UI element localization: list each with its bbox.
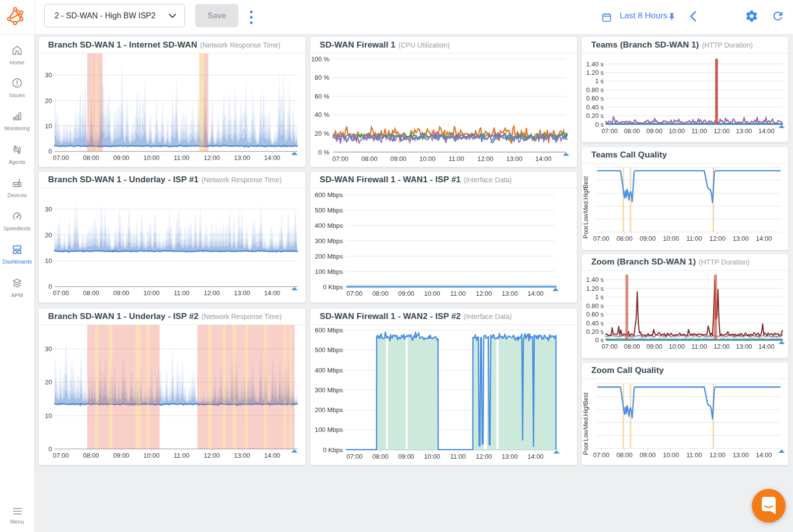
svg-text:13:00: 13:00	[507, 155, 523, 162]
svg-text:11:00: 11:00	[450, 290, 466, 297]
svg-text:12:00: 12:00	[204, 452, 220, 459]
svg-text:400 Mbps: 400 Mbps	[315, 222, 343, 229]
svg-text:300 Mbps: 300 Mbps	[315, 386, 343, 394]
svg-text:0.60 s: 0.60 s	[586, 95, 604, 102]
svg-text:30: 30	[45, 206, 52, 213]
svg-text:13:00: 13:00	[733, 235, 749, 242]
svg-text:07:00: 07:00	[593, 235, 610, 242]
svg-text:14:00: 14:00	[264, 289, 281, 297]
svg-text:14:00: 14:00	[758, 127, 775, 135]
svg-text:14:00: 14:00	[527, 453, 544, 460]
svg-text:08:00: 08:00	[83, 289, 99, 297]
svg-text:Poor: Poor	[582, 225, 589, 238]
svg-text:08:00: 08:00	[617, 451, 633, 459]
svg-text:13:00: 13:00	[502, 290, 518, 297]
svg-text:Med.: Med.	[582, 199, 589, 213]
svg-text:12:00: 12:00	[477, 155, 494, 162]
svg-text:09:00: 09:00	[113, 289, 129, 297]
svg-text:1.20 s: 1.20 s	[586, 69, 604, 76]
svg-text:Poor: Poor	[582, 442, 589, 455]
svg-text:10:00: 10:00	[143, 154, 160, 161]
svg-text:200 Mbps: 200 Mbps	[315, 253, 343, 260]
svg-text:Best: Best	[582, 392, 589, 405]
svg-text:0 %: 0 %	[318, 149, 330, 156]
svg-text:13:00: 13:00	[733, 451, 749, 459]
svg-text:10:00: 10:00	[669, 127, 685, 135]
svg-text:14:00: 14:00	[264, 154, 281, 161]
svg-text:Best: Best	[582, 176, 589, 189]
svg-text:12:00: 12:00	[709, 235, 726, 242]
svg-text:09:00: 09:00	[398, 453, 414, 460]
svg-text:30: 30	[45, 345, 52, 353]
svg-text:0.20 s: 0.20 s	[586, 328, 604, 335]
svg-text:13:00: 13:00	[736, 343, 752, 350]
svg-text:0.20 s: 0.20 s	[586, 112, 604, 119]
svg-text:07:00: 07:00	[53, 289, 69, 297]
svg-text:08:00: 08:00	[83, 154, 99, 161]
svg-text:12:00: 12:00	[714, 343, 730, 350]
svg-text:40 %: 40 %	[315, 111, 330, 118]
svg-text:13:00: 13:00	[234, 452, 250, 459]
svg-text:11:00: 11:00	[686, 451, 702, 459]
svg-text:09:00: 09:00	[113, 452, 129, 459]
svg-text:10:00: 10:00	[143, 452, 160, 459]
svg-text:1 s: 1 s	[595, 293, 604, 301]
svg-text:10:00: 10:00	[143, 289, 160, 297]
svg-text:1.40 s: 1.40 s	[586, 60, 604, 68]
svg-text:12:00: 12:00	[204, 289, 220, 297]
svg-text:300 Mbps: 300 Mbps	[315, 237, 343, 245]
svg-text:08:00: 08:00	[372, 290, 389, 297]
svg-text:0.40 s: 0.40 s	[586, 104, 604, 111]
svg-text:12:00: 12:00	[709, 451, 726, 459]
svg-text:14:00: 14:00	[756, 451, 772, 459]
svg-text:20: 20	[45, 378, 52, 386]
svg-text:0.40 s: 0.40 s	[586, 319, 604, 327]
svg-text:11:00: 11:00	[174, 154, 190, 161]
svg-text:0 Kbps: 0 Kbps	[323, 283, 343, 291]
svg-text:07:00: 07:00	[346, 290, 363, 297]
svg-text:10: 10	[45, 257, 52, 265]
svg-text:08:00: 08:00	[372, 453, 389, 460]
svg-text:1.40 s: 1.40 s	[586, 276, 604, 283]
svg-text:80 %: 80 %	[315, 74, 330, 81]
svg-text:07:00: 07:00	[346, 453, 363, 460]
svg-text:200 Mbps: 200 Mbps	[315, 406, 343, 414]
svg-text:07:00: 07:00	[53, 154, 69, 161]
svg-text:0.80 s: 0.80 s	[586, 302, 604, 310]
svg-text:09:00: 09:00	[391, 155, 407, 162]
svg-text:09:00: 09:00	[113, 154, 129, 161]
svg-text:30: 30	[45, 71, 52, 79]
svg-text:12:00: 12:00	[204, 154, 220, 161]
svg-text:0: 0	[49, 283, 52, 290]
svg-text:11:00: 11:00	[691, 127, 707, 135]
svg-text:10: 10	[45, 412, 52, 420]
svg-text:14:00: 14:00	[535, 155, 552, 162]
svg-text:08:00: 08:00	[624, 343, 640, 350]
svg-text:09:00: 09:00	[640, 235, 656, 242]
svg-text:14:00: 14:00	[758, 343, 775, 350]
svg-text:11:00: 11:00	[450, 453, 466, 460]
svg-text:07:00: 07:00	[602, 127, 618, 135]
svg-text:09:00: 09:00	[640, 451, 656, 459]
svg-text:08:00: 08:00	[83, 452, 99, 459]
svg-text:12:00: 12:00	[714, 127, 730, 135]
svg-text:07:00: 07:00	[333, 155, 349, 162]
svg-text:08:00: 08:00	[361, 155, 378, 162]
svg-text:0.80 s: 0.80 s	[586, 86, 604, 94]
svg-text:Med.: Med.	[582, 416, 589, 429]
svg-text:11:00: 11:00	[174, 289, 190, 297]
svg-text:08:00: 08:00	[617, 235, 633, 242]
svg-text:14:00: 14:00	[756, 235, 772, 242]
svg-text:0: 0	[49, 445, 52, 453]
svg-text:1 s: 1 s	[595, 77, 604, 85]
svg-text:11:00: 11:00	[691, 343, 707, 350]
svg-text:0 Kbps: 0 Kbps	[323, 446, 343, 454]
svg-text:20 %: 20 %	[315, 130, 330, 137]
svg-text:500 Mbps: 500 Mbps	[315, 346, 343, 354]
svg-text:10:00: 10:00	[419, 155, 436, 162]
svg-text:500 Mbps: 500 Mbps	[315, 207, 343, 214]
svg-text:100 Mbps: 100 Mbps	[315, 426, 343, 433]
svg-text:Low: Low	[582, 213, 589, 225]
svg-text:07:00: 07:00	[593, 451, 610, 459]
svg-text:14:00: 14:00	[264, 452, 281, 459]
